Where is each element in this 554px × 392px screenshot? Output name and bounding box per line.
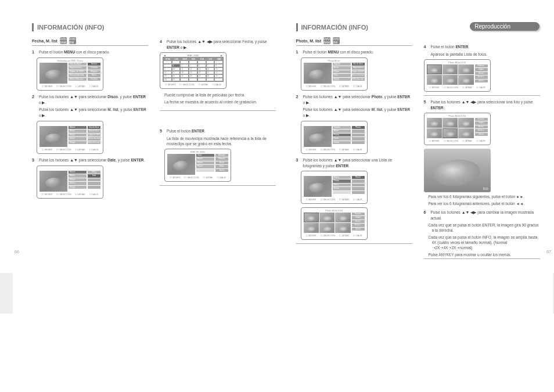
step-5-desc: La lista de movieclips mostrada hace ref… [167,136,276,146]
dvd-ram-icon: DVD-RAM [323,37,330,44]
section-title: Fecha, M. list [32,39,57,43]
right-page: 67 Reproducción INFORMACIÓN (INFO) Photo… [296,23,543,262]
left-col: Fecha, M. list DVD-RAM DVD-RW 1 Pulse el… [32,37,148,202]
right-col-1: Photo, M. list DVD-RAM DVD-RW 1 Pulse el… [296,37,412,262]
page-title: INFORMACIÓN (INFO) [37,24,104,31]
right-col-2: 4 Pulse el botón ENTER. Aparece la panta… [424,37,540,262]
screen-mock-1: Grabador de DVD Disco Info de disco Repr… [37,57,103,91]
header-bar-icon [296,23,298,31]
screen-mock-5: ENE 03, 2005 Date Movie Music Photo Reno… [164,149,231,182]
r-step-4: 4 Pulse el botón ENTER. [424,44,540,50]
thumbnail-icon [304,176,332,197]
page-header-left: INFORMACIÓN (INFO) [32,23,279,31]
thumbnail-icon [39,171,67,192]
section-title: Photo, M. list [296,39,322,43]
dvd-ram-icon: DVD-RAM [60,37,67,44]
chapter-banner: Reproducción [470,22,539,31]
arrow-cluster-icon: ▲▼ ◀▶ [197,39,213,44]
dvd-rw-icon: DVD-RW [333,37,340,44]
left-page: 66 INFORMACIÓN (INFO) Fecha, M. list DVD… [32,23,279,262]
page-number-right: 67 [546,250,551,254]
thumbnail-icon [304,63,332,84]
r-step-3: 3 Pulse los botones ▲▼ para seleccionar … [296,157,412,168]
thumbnail-icon [167,154,195,175]
r-screen-3a: Movie Photo Disco Setup Photo1 MOVER [301,171,368,204]
dvd-rw-icon: DVD-RW [69,37,76,44]
r-step-2: 2 Pulse los botones ▲▼ para seleccionar … [296,94,412,106]
thumbnail-icon [304,126,332,147]
step-3: 3 Pulse los botones ▲▼ para seleccionar … [32,157,148,163]
thumbnail-icon [39,63,67,84]
screen-mock-3: Movie Music Photo Disco Setup M.list Dat… [37,166,103,199]
left-col-2: 4 Pulse los botones ▲▼ ◀▶ para seleccion… [160,37,276,202]
r-thumbgrid-4: Photo M.list 1/10 Present. Copiar Borrar… [424,59,491,92]
up-down-icon: ▲▼ [70,95,78,99]
r-thumbgrid-3: Photo M.list 5/10 Present. Copiar Borrar… [301,207,368,240]
step-4: 4 Pulse los botones ▲▼ ◀▶ para seleccion… [160,39,276,51]
step-5: 5 Pulse el botón ENTER. [160,128,276,134]
r-step-5: 5 Pulse los botones ▲▼ ◀▶ para seleccion… [424,99,540,110]
page-title: INFORMACIÓN (INFO) [301,24,368,31]
step-2: 2 Pulse los botones ▲▼ para seleccionar … [32,94,148,106]
r-screen-2: Rápido Music Photo Disco Setup Photo1 MO… [301,121,368,154]
photo-preview: 5/10 [424,149,491,192]
bullet: Puede comprobar la lista de películas po… [164,92,276,98]
r-step-1: 1 Pulse el botón MENU con el disco parad… [296,49,412,55]
step-1: 1 Pulse el botón MENU con el disco parad… [32,49,148,55]
r-screen-1: Photo M.list Rápido Music Photo Disco Se… [301,57,368,91]
right-icon: ▶ [42,100,45,105]
section-head: Fecha, M. list DVD-RAM DVD-RW [32,37,148,44]
thumbnail-icon [39,126,67,147]
screen-mock-2: Movie Music Photo Disco Setup Info de di… [37,121,103,154]
arrow-nav-icon: ▲▼ ◀▶ [462,210,477,214]
left-thumb-tab [0,273,13,314]
r-thumbgrid-5: Photo M.list 5/10 Present. Copiar Borrar… [424,113,491,145]
r-step-6: 6 Pulse los botones ▲▼ ◀▶ para cambiar l… [424,210,540,221]
header-bar-icon [32,23,34,31]
bullet: La fecha se muestra de acuerdo al orden … [164,99,276,105]
calendar-mock: ◀ENE, 2005▶ DOM LUN MAR MIE JUE VIE SAB … [160,52,226,89]
page-number-left: 66 [15,250,19,254]
